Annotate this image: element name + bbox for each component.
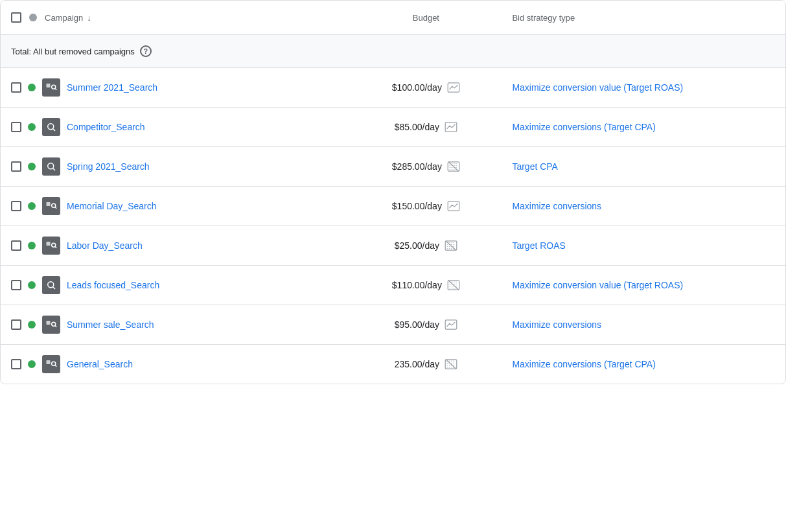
sort-arrow-icon[interactable]: ↓ xyxy=(87,13,91,23)
table-row: Competitor_Search $85.00/day Maximize co… xyxy=(1,108,785,147)
budget-cell: $285.00/day xyxy=(350,147,502,187)
svg-point-37 xyxy=(52,322,56,326)
svg-rect-19 xyxy=(47,242,51,246)
campaign-cell: Summer sale_Search xyxy=(1,305,350,345)
status-dot xyxy=(28,281,36,289)
campaign-name-link[interactable]: Summer sale_Search xyxy=(67,319,154,330)
svg-line-38 xyxy=(55,326,56,327)
table-row: Summer 2021_Search $100.00/day Maximize … xyxy=(1,68,785,108)
campaign-name-link[interactable]: Competitor_Search xyxy=(67,122,145,132)
campaign-type-icon xyxy=(42,157,60,176)
svg-point-16 xyxy=(52,203,56,207)
campaign-name-link[interactable]: General_Search xyxy=(67,359,133,369)
status-dot xyxy=(28,84,36,91)
svg-line-21 xyxy=(55,247,56,248)
table-row: Labor Day_Search $25.00/day Target ROAS xyxy=(1,226,785,266)
budget-trend-icon xyxy=(445,121,457,133)
bid-strategy-link[interactable]: Target CPA xyxy=(512,161,558,172)
budget-cell: $110.00/day xyxy=(350,266,502,305)
budget-column-header: Budget xyxy=(350,1,502,35)
budget-trend-icon xyxy=(445,358,457,371)
campaign-name-link[interactable]: Leads focused_Search xyxy=(67,280,159,290)
row-checkbox-1[interactable] xyxy=(11,82,21,93)
campaign-cell: Competitor_Search xyxy=(1,108,350,147)
total-row: Total: All but removed campaigns ? xyxy=(1,35,785,68)
help-icon[interactable]: ? xyxy=(140,45,152,57)
budget-value: $285.00/day xyxy=(392,161,442,172)
campaign-column-header: Campaign ↓ xyxy=(1,1,350,35)
budget-cell: $85.00/day xyxy=(350,108,502,147)
row-checkbox-3[interactable] xyxy=(11,161,21,172)
campaign-type-icon xyxy=(42,78,60,97)
svg-line-8 xyxy=(52,168,55,170)
budget-trend-icon xyxy=(447,81,460,94)
budget-trend-icon xyxy=(447,160,460,173)
campaign-cell: Memorial Day_Search xyxy=(1,187,350,226)
budget-trend-icon xyxy=(445,239,457,252)
budget-trend-icon xyxy=(447,200,460,213)
bid-strategy-cell: Maximize conversions xyxy=(502,305,785,345)
bid-strategy-link[interactable]: Maximize conversions xyxy=(512,201,601,211)
budget-cell: $95.00/day xyxy=(350,305,502,345)
table-row: Leads focused_Search $110.00/day Maximiz… xyxy=(1,266,785,305)
campaign-name-link[interactable]: Spring 2021_Search xyxy=(67,161,150,172)
row-checkbox-8[interactable] xyxy=(11,359,21,369)
campaign-name-link[interactable]: Labor Day_Search xyxy=(67,240,143,251)
bid-strategy-cell: Maximize conversion value (Target ROAS) xyxy=(502,68,785,108)
total-row-label-cell: Total: All but removed campaigns ? xyxy=(1,35,350,68)
row-checkbox-4[interactable] xyxy=(11,201,21,211)
status-dot xyxy=(28,321,36,329)
budget-value: $110.00/day xyxy=(392,280,442,290)
header-status-icon xyxy=(29,14,37,21)
status-dot xyxy=(28,123,36,131)
svg-line-29 xyxy=(52,286,55,289)
bid-col-label: Bid strategy type xyxy=(512,13,575,23)
budget-cell: 235.00/day xyxy=(350,345,502,384)
bid-strategy-link[interactable]: Maximize conversion value (Target ROAS) xyxy=(512,280,683,290)
row-checkbox-5[interactable] xyxy=(11,240,21,251)
bid-strategy-cell: Target ROAS xyxy=(502,226,785,266)
budget-col-label: Budget xyxy=(413,13,439,23)
budget-trend-icon xyxy=(447,279,460,292)
bid-strategy-link[interactable]: Maximize conversions (Target CPA) xyxy=(512,122,655,132)
bid-strategy-link[interactable]: Maximize conversion value (Target ROAS) xyxy=(512,82,683,93)
svg-line-5 xyxy=(52,128,55,131)
campaigns-table: Campaign ↓ Budget Bid strategy type Tota… xyxy=(0,0,786,384)
table-row: General_Search 235.00/day Maximize conve… xyxy=(1,345,785,384)
campaign-type-icon xyxy=(42,355,60,373)
svg-rect-15 xyxy=(47,202,51,206)
row-checkbox-2[interactable] xyxy=(11,122,21,132)
svg-rect-40 xyxy=(47,360,51,364)
campaign-cell: Leads focused_Search xyxy=(1,266,350,305)
bid-strategy-link[interactable]: Maximize conversions (Target CPA) xyxy=(512,359,655,369)
bid-strategy-link[interactable]: Target ROAS xyxy=(512,240,565,251)
campaign-type-icon xyxy=(42,197,60,215)
campaign-type-icon xyxy=(42,237,60,255)
budget-cell: $150.00/day xyxy=(350,187,502,226)
campaign-type-icon xyxy=(42,276,60,294)
status-dot xyxy=(28,163,36,170)
table-header-row: Campaign ↓ Budget Bid strategy type xyxy=(1,1,785,35)
status-dot xyxy=(28,360,36,368)
bid-strategy-cell: Maximize conversions (Target CPA) xyxy=(502,108,785,147)
total-budget-cell xyxy=(350,35,502,68)
budget-value: $25.00/day xyxy=(395,240,439,251)
campaign-name-link[interactable]: Summer 2021_Search xyxy=(67,82,157,93)
row-checkbox-7[interactable] xyxy=(11,319,21,330)
total-row-text: Total: All but removed campaigns xyxy=(11,47,135,56)
bid-strategy-link[interactable]: Maximize conversions xyxy=(512,319,601,330)
campaign-name-link[interactable]: Memorial Day_Search xyxy=(67,201,157,211)
svg-point-41 xyxy=(52,362,56,365)
select-all-checkbox[interactable] xyxy=(11,12,21,23)
budget-value: $150.00/day xyxy=(392,201,442,211)
svg-line-17 xyxy=(55,207,56,209)
budget-cell: $100.00/day xyxy=(350,68,502,108)
svg-line-42 xyxy=(55,365,56,367)
svg-rect-0 xyxy=(47,84,51,87)
svg-point-1 xyxy=(52,85,56,89)
bid-strategy-cell: Maximize conversion value (Target ROAS) xyxy=(502,266,785,305)
row-checkbox-6[interactable] xyxy=(11,280,21,290)
budget-value: $95.00/day xyxy=(395,319,439,330)
bid-strategy-column-header: Bid strategy type xyxy=(502,1,785,35)
campaign-type-icon xyxy=(42,316,60,334)
